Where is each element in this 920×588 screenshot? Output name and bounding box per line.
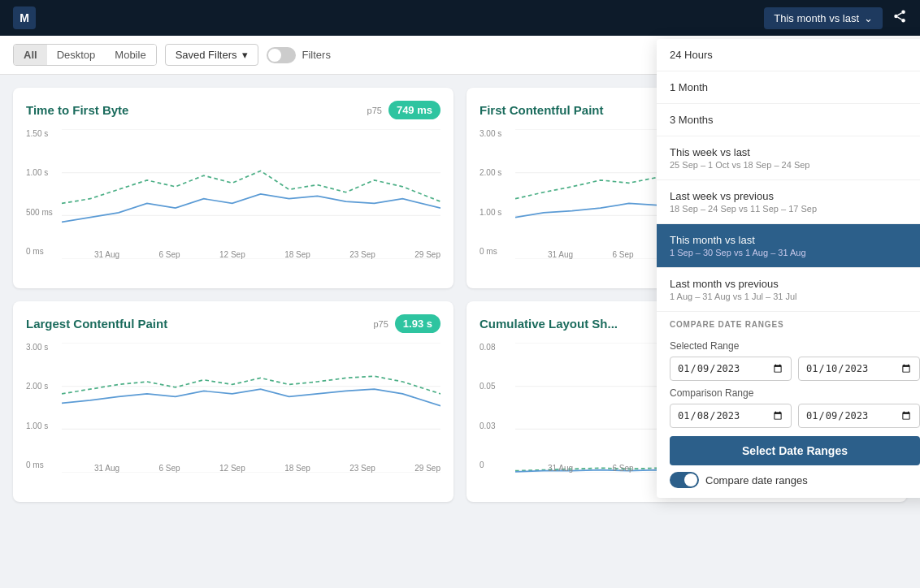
dropdown-item-last-month[interactable]: Last month vs previous 1 Aug – 31 Aug vs… xyxy=(657,268,920,312)
select-date-ranges-button[interactable]: Select Date Ranges xyxy=(670,436,920,465)
dropdown-menu: 24 Hours 1 Month 3 Months This week vs l… xyxy=(657,39,920,498)
card-lcp-p75: p75 xyxy=(373,319,388,329)
chart-ttfb-y-labels: 1.50 s 1.00 s 500 ms 0 ms xyxy=(26,129,59,256)
dropdown-item-24h[interactable]: 24 Hours xyxy=(657,39,920,71)
card-lcp: Largest Contentful Paint p75 1.93 s 3.00… xyxy=(13,301,453,502)
dropdown-item-3m[interactable]: 3 Months xyxy=(657,104,920,136)
chevron-down-icon: ⌄ xyxy=(864,12,873,24)
filter-mobile-button[interactable]: Mobile xyxy=(105,45,155,65)
comparison-range-start[interactable] xyxy=(670,404,792,428)
card-fcp-title: First Contentful Paint xyxy=(480,103,604,117)
dropdown-item-1m[interactable]: 1 Month xyxy=(657,71,920,104)
chart-fcp-y-labels: 3.00 s 2.00 s 1.00 s 0 ms xyxy=(480,129,512,256)
card-ttfb-badge: 749 ms xyxy=(388,101,440,119)
compare-toggle-label: Compare date ranges xyxy=(705,474,808,486)
date-selector-button[interactable]: This month vs last ⌄ xyxy=(764,7,883,29)
chart-ttfb: 1.50 s 1.00 s 500 ms 0 ms 31 Aug xyxy=(26,129,440,275)
dropdown-item-this-week[interactable]: This week vs last 25 Sep – 1 Oct vs 18 S… xyxy=(657,136,920,180)
header-right: This month vs last ⌄ xyxy=(764,7,907,29)
comparison-range-label: Comparison Range xyxy=(670,387,920,399)
compare-date-ranges-toggle[interactable] xyxy=(670,472,699,488)
card-lcp-header: Largest Contentful Paint p75 1.93 s xyxy=(26,314,440,333)
card-lcp-title: Largest Contentful Paint xyxy=(26,317,167,331)
date-selector-label: This month vs last xyxy=(774,12,859,24)
card-ttfb: Time to First Byte p75 749 ms 1.50 s 1.0… xyxy=(13,88,453,288)
chart-lcp-y-labels: 3.00 s 2.00 s 1.00 s 0 ms xyxy=(26,343,59,469)
selected-range-start[interactable] xyxy=(670,357,792,381)
card-cls-title: Cumulative Layout Sh... xyxy=(480,317,618,331)
chart-lcp-inner: 31 Aug 6 Sep 12 Sep 18 Sep 23 Sep 29 Sep xyxy=(62,343,440,473)
filters-label: Filters xyxy=(302,49,331,61)
logo: M xyxy=(13,6,36,29)
chart-lcp: 3.00 s 2.00 s 1.00 s 0 ms 31 Aug 6 Sep xyxy=(26,343,440,489)
card-lcp-badge: 1.93 s xyxy=(395,314,440,333)
svg-point-0 xyxy=(901,11,905,15)
chevron-down-icon: ▾ xyxy=(242,49,248,61)
selected-range-end[interactable] xyxy=(798,357,920,381)
dropdown-item-last-week[interactable]: Last week vs previous 18 Sep – 24 Sep vs… xyxy=(657,180,920,224)
filter-desktop-button[interactable]: Desktop xyxy=(47,45,106,65)
comparison-range-row xyxy=(670,404,920,428)
svg-point-1 xyxy=(894,15,898,19)
chart-ttfb-x-labels: 31 Aug 6 Sep 12 Sep 18 Sep 23 Sep 29 Sep xyxy=(94,250,440,259)
header: M This month vs last ⌄ xyxy=(0,0,920,36)
share-icon[interactable] xyxy=(892,9,907,27)
selected-range-label: Selected Range xyxy=(670,340,920,352)
selected-range-row xyxy=(670,357,920,381)
card-ttfb-p75: p75 xyxy=(367,106,382,115)
dropdown-item-this-month[interactable]: This month vs last 1 Sep – 30 Sep vs 1 A… xyxy=(657,224,920,268)
main-content: Time to First Byte p75 749 ms 1.50 s 1.0… xyxy=(0,75,920,515)
card-ttfb-header: Time to First Byte p75 749 ms xyxy=(26,101,440,119)
filter-all-button[interactable]: All xyxy=(14,45,47,65)
svg-point-2 xyxy=(901,19,905,23)
filter-button-group: All Desktop Mobile xyxy=(13,44,157,66)
chart-cls-y-labels: 0.08 0.05 0.03 0 xyxy=(480,343,512,469)
comparison-range-end[interactable] xyxy=(798,404,920,428)
filters-toggle[interactable] xyxy=(267,47,296,63)
filters-toggle-wrap: Filters xyxy=(267,47,331,63)
svg-line-3 xyxy=(897,17,901,19)
chart-lcp-x-labels: 31 Aug 6 Sep 12 Sep 18 Sep 23 Sep 29 Sep xyxy=(94,464,440,473)
svg-line-4 xyxy=(897,13,901,15)
card-lcp-badge-wrap: p75 1.93 s xyxy=(373,314,440,333)
saved-filters-button[interactable]: Saved Filters ▾ xyxy=(165,44,258,66)
chart-ttfb-inner: 31 Aug 6 Sep 12 Sep 18 Sep 23 Sep 29 Sep xyxy=(62,129,440,259)
card-ttfb-badge-wrap: p75 749 ms xyxy=(367,101,440,119)
card-ttfb-title: Time to First Byte xyxy=(26,103,128,117)
compare-toggle-row: Compare date ranges xyxy=(670,472,920,488)
saved-filters-label: Saved Filters xyxy=(176,49,237,61)
compare-section: Selected Range Comparison Range Select D… xyxy=(657,340,920,498)
compare-section-title: COMPARE DATE RANGES xyxy=(657,312,920,334)
